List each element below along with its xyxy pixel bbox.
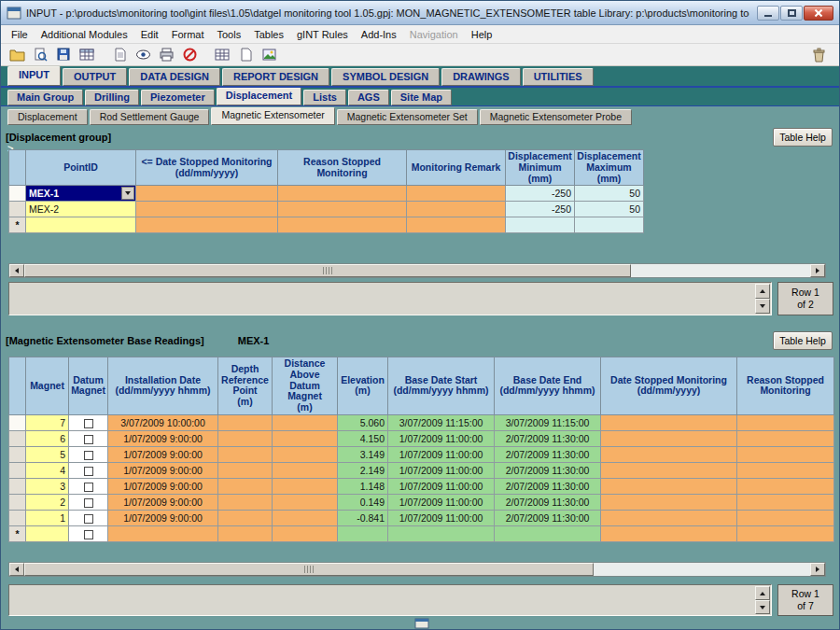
menu-file[interactable]: File	[5, 27, 35, 42]
installation-date-cell[interactable]: 1/07/2009 9:00:00	[108, 478, 218, 494]
titlebar[interactable]: INPUT - p:\products\monitoring tool\gint…	[1, 1, 839, 25]
row-selector[interactable]	[9, 510, 26, 525]
tab-main-group[interactable]: Main Group	[7, 90, 83, 105]
magnet-cell[interactable]: 4	[26, 462, 69, 478]
depth-reference-cell[interactable]	[218, 414, 273, 430]
column-base-date-start[interactable]: Base Date Start (dd/mm/yyyy hhmm)	[388, 357, 495, 415]
datum-magnet-checkbox[interactable]	[84, 419, 93, 428]
tab-input[interactable]: INPUT	[7, 66, 61, 86]
installation-date-cell[interactable]: 1/07/2009 9:00:00	[108, 494, 218, 510]
base-date-start-cell[interactable]	[388, 525, 495, 541]
tab-utilities[interactable]: UTILITIES	[523, 68, 594, 86]
base-date-end-cell[interactable]: 2/07/2009 11:30:00	[495, 462, 601, 478]
minimize-button[interactable]	[757, 6, 779, 21]
disp-min-cell[interactable]: -250	[506, 202, 575, 217]
base-date-end-cell[interactable]: 2/07/2009 11:30:00	[495, 446, 601, 462]
open-project-icon[interactable]	[7, 46, 28, 64]
table-help-button[interactable]: Table Help	[773, 331, 833, 350]
tab-rod-settlement-gauge[interactable]: Rod Settlement Gauge	[90, 109, 210, 125]
scroll-left-button[interactable]	[9, 264, 24, 277]
tab-magnetic-extensometer-set[interactable]: Magnetic Extensometer Set	[337, 109, 478, 125]
magnet-cell[interactable]: 7	[26, 414, 69, 430]
datum-magnet-checkbox[interactable]	[84, 435, 93, 444]
table-grid-icon[interactable]	[212, 46, 233, 64]
datum-magnet-cell[interactable]	[69, 525, 108, 541]
view-eye-icon[interactable]	[133, 46, 154, 64]
column-date-stopped[interactable]: Date Stopped Monitoring (dd/mm/yyyy)	[601, 357, 737, 415]
scroll-down-button[interactable]	[755, 600, 770, 614]
date-stopped-cell[interactable]	[601, 494, 737, 510]
column-pointid[interactable]: PointID	[26, 150, 136, 186]
tab-displacement-page[interactable]: Displacement	[7, 109, 88, 125]
menu-tables[interactable]: Tables	[247, 27, 290, 42]
document-icon[interactable]	[109, 46, 131, 64]
datum-magnet-cell[interactable]	[69, 462, 108, 478]
tab-output[interactable]: OUTPUT	[63, 68, 127, 86]
menu-edit[interactable]: Edit	[134, 27, 165, 42]
table-help-button[interactable]: Table Help	[773, 128, 833, 147]
tab-piezometer[interactable]: Piezometer	[141, 90, 215, 105]
scroll-up-button[interactable]	[755, 586, 770, 600]
print-preview-icon[interactable]	[30, 46, 51, 64]
menu-help[interactable]: Help	[465, 27, 499, 42]
menu-tools[interactable]: Tools	[211, 27, 248, 42]
distance-above-cell[interactable]	[273, 478, 338, 494]
magnet-cell[interactable]	[26, 525, 69, 541]
elevation-cell[interactable]: 5.060	[338, 414, 388, 430]
print-icon[interactable]	[156, 46, 177, 64]
new-row-marker[interactable]: *	[9, 217, 26, 233]
reason-stopped-cell[interactable]	[737, 446, 834, 462]
datum-magnet-cell[interactable]	[69, 494, 108, 510]
magnet-cell[interactable]: 1	[26, 510, 69, 525]
elevation-cell[interactable]	[338, 525, 388, 541]
column-depth-reference[interactable]: Depth Reference Point (m)	[218, 357, 273, 415]
date-stopped-cell[interactable]	[601, 510, 737, 525]
monitoring-remark-cell[interactable]	[407, 217, 506, 233]
installation-date-cell[interactable]: 1/07/2009 9:00:00	[108, 462, 218, 478]
row-selector[interactable]	[9, 462, 26, 478]
close-button[interactable]	[804, 6, 833, 21]
reason-stopped-cell[interactable]	[737, 430, 834, 446]
datum-magnet-checkbox[interactable]	[84, 498, 93, 508]
record-mini-scrollbar[interactable]	[755, 586, 770, 614]
base-date-end-cell[interactable]: 2/07/2009 11:30:00	[495, 510, 601, 525]
datum-magnet-cell[interactable]	[69, 430, 108, 446]
menu-add-ins[interactable]: Add-Ins	[355, 27, 403, 42]
distance-above-cell[interactable]	[273, 525, 338, 541]
row-selector[interactable]	[9, 430, 26, 446]
depth-reference-cell[interactable]	[218, 525, 273, 541]
magnet-cell[interactable]: 5	[26, 446, 69, 462]
installation-date-cell[interactable]	[108, 525, 218, 541]
monitoring-remark-cell[interactable]	[407, 186, 506, 202]
base-date-end-cell[interactable]: 2/07/2009 11:30:00	[495, 478, 601, 494]
tab-drawings[interactable]: DRAWINGS	[441, 68, 521, 86]
row-selector[interactable]	[9, 494, 26, 510]
date-stopped-cell[interactable]	[136, 217, 278, 233]
disp-max-cell[interactable]	[575, 217, 644, 233]
scroll-thumb[interactable]	[24, 563, 594, 576]
disp-max-cell[interactable]: 50	[575, 186, 644, 202]
row-selector[interactable]	[9, 186, 26, 202]
datum-magnet-cell[interactable]	[69, 414, 108, 430]
tab-drilling[interactable]: Drilling	[85, 90, 139, 105]
magnet-cell[interactable]: 2	[26, 494, 69, 510]
distance-above-cell[interactable]	[273, 446, 338, 462]
reason-stopped-cell[interactable]	[737, 525, 834, 541]
record-mini-scrollbar[interactable]	[755, 284, 770, 314]
cancel-icon[interactable]	[179, 46, 201, 64]
monitoring-remark-cell[interactable]	[407, 202, 506, 217]
distance-above-cell[interactable]	[273, 462, 338, 478]
date-stopped-cell[interactable]	[601, 478, 737, 494]
column-installation-date[interactable]: Installation Date (dd/mm/yyyy hhmm)	[108, 357, 218, 415]
tab-report-design[interactable]: REPORT DESIGN	[222, 68, 329, 86]
tab-displacement[interactable]: Displacement	[217, 88, 302, 105]
data-tables-icon[interactable]	[77, 46, 98, 64]
elevation-cell[interactable]: -0.841	[338, 510, 388, 525]
depth-reference-cell[interactable]	[218, 462, 273, 478]
column-magnet[interactable]: Magnet	[26, 357, 69, 415]
date-stopped-cell[interactable]	[601, 414, 737, 430]
magnet-cell[interactable]: 3	[26, 478, 69, 494]
tab-magnetic-extensometer[interactable]: Magnetic Extensometer	[211, 107, 334, 125]
trash-icon[interactable]	[808, 46, 830, 64]
column-reason-stopped[interactable]: Reason Stopped Monitoring	[737, 357, 834, 415]
